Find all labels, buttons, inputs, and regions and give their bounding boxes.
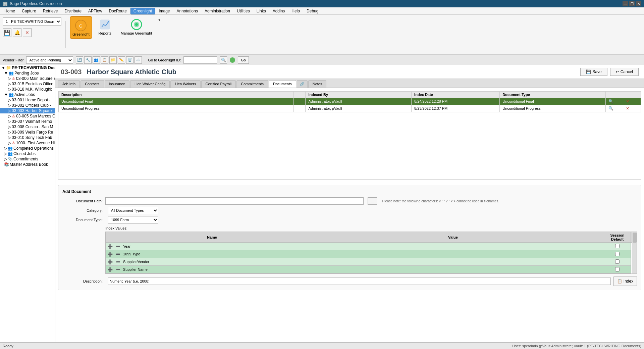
tab-documents[interactable]: Documents <box>269 80 296 88</box>
tab-lien-waiver-config[interactable]: Lien Waiver Config <box>130 80 170 88</box>
reports-ribbon-button[interactable]: Reports <box>95 16 115 37</box>
delete-icon-1[interactable]: ✕ <box>626 99 629 104</box>
tree-item-03003[interactable]: ▷ 03-003 Harbor Square <box>0 108 55 113</box>
tree-item-03018[interactable]: ▷ 03-018 M.K. Willoughb <box>0 87 55 92</box>
tab-certified-payroll[interactable]: Certified Payroll <box>201 80 236 88</box>
menu-greenlight[interactable]: Greenlight <box>130 8 155 14</box>
doc-view-1[interactable]: 🔍 <box>605 98 623 105</box>
doc-type-dropdown[interactable]: 1099 Form Unconditional Final Unconditio… <box>108 216 158 223</box>
tree-item-03009[interactable]: ▷ 03-009 Wells Fargo Re <box>0 130 55 135</box>
greenlight-ribbon-button[interactable]: G Greenlight <box>70 16 92 39</box>
supplier-vendor-session-default[interactable] <box>604 258 631 266</box>
tree-completed-ops[interactable]: ▷ 👥 Completed Operations <box>0 146 55 151</box>
remove-supplier-name-icon[interactable]: ➖ <box>114 266 122 273</box>
supplier-name-value-input[interactable] <box>303 266 603 272</box>
1099type-value-input[interactable] <box>303 251 603 257</box>
tree-item-03008[interactable]: ▷ 03-008 Costco - San M <box>0 124 55 130</box>
menu-addins[interactable]: Addins <box>270 8 288 14</box>
tree-item-03002[interactable]: ▷ 03-002 Officers Club - <box>0 103 55 108</box>
supplier-name-session-default[interactable] <box>604 266 631 273</box>
magnify-icon-1[interactable]: 🔍 <box>608 99 613 104</box>
browse-button[interactable]: ... <box>368 197 377 205</box>
doc-view-2[interactable]: 🔍 <box>605 105 623 112</box>
tab-job-info[interactable]: Job Info <box>58 80 80 88</box>
supplier-name-checkbox[interactable] <box>615 267 620 271</box>
vendor-filter-dropdown[interactable]: Active and Pending Active Pending All <box>26 56 73 64</box>
index-table-scrollbar[interactable] <box>632 232 637 273</box>
supplier-vendor-value-input[interactable] <box>303 259 603 265</box>
minimize-button[interactable]: — <box>623 1 628 6</box>
year-value-input-cell[interactable] <box>302 243 604 250</box>
tree-item-03015[interactable]: ▷ 03-015 Encinitas Office <box>0 81 55 87</box>
category-dropdown[interactable]: All Document Types Lien Waivers Certifie… <box>108 207 158 214</box>
tree-commitments[interactable]: ▷ 📎 Commitments <box>0 156 55 162</box>
index-button[interactable]: 📋 Index <box>613 277 637 286</box>
menu-utilities[interactable]: Utilities <box>234 8 253 14</box>
year-checkbox[interactable] <box>615 244 620 248</box>
1099type-value-cell[interactable] <box>302 250 604 258</box>
filter-icon-2[interactable]: 👥 <box>93 56 100 64</box>
1099type-session-default[interactable] <box>604 250 631 258</box>
add-year-icon[interactable]: ➕ <box>106 243 114 250</box>
supplier-vendor-checkbox[interactable] <box>615 259 620 264</box>
tab-contacts[interactable]: Contacts <box>80 80 104 88</box>
cancel-button[interactable]: ↩ Cancel <box>610 68 639 76</box>
menu-docroute[interactable]: DocRoute <box>106 8 129 14</box>
filter-icon-7[interactable]: ☁️ <box>135 56 142 64</box>
tree-item-03006[interactable]: ▷ ⚠ 03-006 Main Square B <box>0 76 55 81</box>
tree-item-03001[interactable]: ▷ 03-001 Home Depot - <box>0 97 55 103</box>
description-input[interactable] <box>108 278 611 285</box>
doc-delete-1[interactable]: ✕ <box>623 98 641 105</box>
close-toolbar-button[interactable]: ✕ <box>23 28 32 37</box>
close-button[interactable]: ✕ <box>636 1 641 6</box>
restore-button[interactable]: ❐ <box>629 1 635 6</box>
doc-path-input[interactable] <box>105 197 364 205</box>
year-session-default[interactable] <box>604 243 631 250</box>
menu-debug[interactable]: Debug <box>304 8 321 14</box>
remove-1099type-icon[interactable]: ➖ <box>114 250 122 258</box>
magnify-icon-2[interactable]: 🔍 <box>608 106 613 111</box>
bell-button[interactable]: 🔔 <box>13 28 21 37</box>
save-toolbar-button[interactable]: 💾 <box>3 28 11 37</box>
table-row[interactable]: Unconditional Progress Administrator, pV… <box>59 105 641 112</box>
manage-greenlight-ribbon-button[interactable]: Manage Greenlight <box>118 16 155 37</box>
goto-search-icon[interactable]: 🔍 <box>220 56 227 64</box>
tab-link[interactable]: 🔗 <box>297 80 308 88</box>
filter-icon-4[interactable]: 📁 <box>109 56 117 64</box>
tree-pending-jobs[interactable]: ▼ 👥 Pending Jobs <box>0 70 55 76</box>
remove-supplier-vendor-icon[interactable]: ➖ <box>114 258 122 266</box>
menu-distribute[interactable]: Distribute <box>61 8 85 14</box>
refresh-icon[interactable]: 🔄 <box>76 56 83 64</box>
delete-icon-2[interactable]: ✕ <box>626 106 629 111</box>
add-1099type-icon[interactable]: ➕ <box>106 250 114 258</box>
menu-image[interactable]: Image <box>156 8 173 14</box>
menu-administration[interactable]: Administration <box>202 8 233 14</box>
document-dropdown[interactable]: 1 - PE-TECHWRITING Documer <box>3 17 61 26</box>
menu-retrieve[interactable]: Retrieve <box>40 8 61 14</box>
tree-item-03005[interactable]: ▷ ⚠ 03-005 San Marcos Cit <box>0 113 55 119</box>
tree-item-03010[interactable]: ▷ 03-010 Sony Tech Fab <box>0 135 55 140</box>
add-supplier-vendor-icon[interactable]: ➕ <box>106 258 114 266</box>
doc-delete-2[interactable]: ✕ <box>623 105 641 112</box>
filter-icon-3[interactable]: 📋 <box>101 56 108 64</box>
go-button[interactable]: Go <box>238 56 249 64</box>
menu-capture[interactable]: Capture <box>19 8 39 14</box>
add-supplier-name-icon[interactable]: ➕ <box>106 266 114 273</box>
tab-commitments[interactable]: Commitments <box>236 80 268 88</box>
filter-icon-5[interactable]: ✏️ <box>118 56 125 64</box>
tree-active-jobs[interactable]: ▼ 👥 Active Jobs <box>0 92 55 97</box>
tree-item-1000[interactable]: ▷ ⚠ 1000- First Avenue Hi <box>0 140 55 146</box>
supplier-name-value-cell[interactable] <box>302 266 604 273</box>
index-scrollbar-thumb[interactable] <box>633 233 637 243</box>
menu-links[interactable]: Links <box>254 8 269 14</box>
tree-root[interactable]: ▼ 📁 PE-TECHWRITING Documents <box>0 65 55 70</box>
year-value-input[interactable] <box>303 243 603 249</box>
menu-apflow[interactable]: APFlow <box>85 8 105 14</box>
table-row[interactable]: Unconditional Final Administrator, pVaul… <box>59 98 641 105</box>
tree-closed-jobs[interactable]: ▷ 👥 Closed Jobs <box>0 151 55 156</box>
save-button[interactable]: 💾 Save <box>580 68 607 76</box>
goto-input[interactable] <box>183 56 217 64</box>
menu-help[interactable]: Help <box>288 8 303 14</box>
1099type-checkbox[interactable] <box>615 252 620 256</box>
filter-icon-1[interactable]: 🔧 <box>84 56 92 64</box>
